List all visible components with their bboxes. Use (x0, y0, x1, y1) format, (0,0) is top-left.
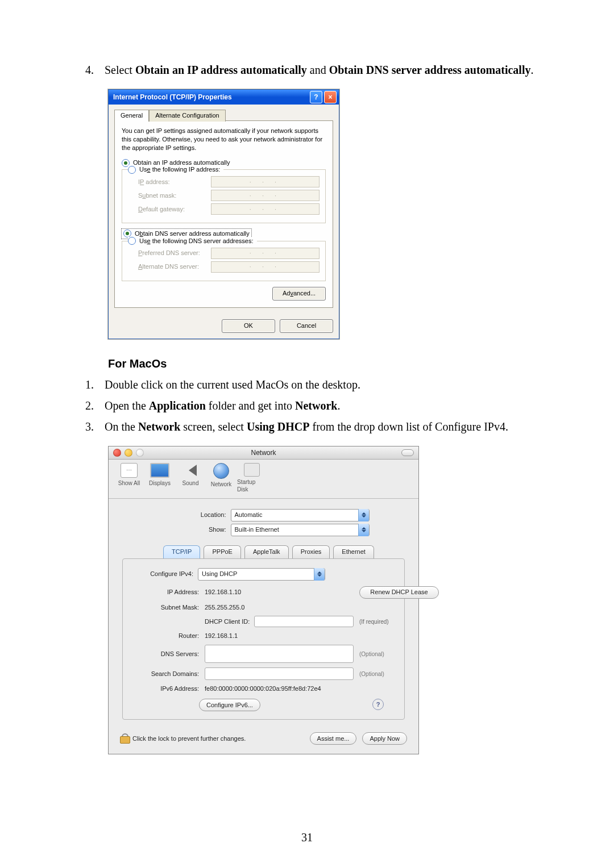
toolbar-label: Sound (182, 479, 199, 487)
xp-tcpip-properties-dialog: Internet Protocol (TCP/IP) Properties ? … (108, 89, 339, 339)
toolbar-label: Displays (149, 479, 171, 487)
apply-now-button[interactable]: Apply Now (362, 732, 407, 745)
show-popup[interactable]: Built-in Ethernet (231, 524, 370, 536)
mac-content: Location: Automatic Show: Built-in Ether… (109, 499, 418, 727)
close-button[interactable] (113, 449, 121, 457)
tab-tcpip[interactable]: TCP/IP (163, 545, 200, 558)
t: On the (105, 420, 138, 433)
ipv6-address-value: fe80:0000:0000:0000:020a:95ff:fe8d:72e4 (205, 685, 354, 693)
startup-disk-icon (244, 463, 260, 477)
configure-ipv6-button[interactable]: Configure IPv6... (199, 699, 260, 711)
ipv6-address-label: IPv6 Address: (131, 685, 199, 693)
default-gateway-input: · · · (211, 203, 320, 215)
xp-title: Internet Protocol (TCP/IP) Properties (113, 93, 232, 102)
xp-dialog-buttons: OK Cancel (109, 314, 339, 339)
tab-alt-label: Alternate Configuration (155, 112, 219, 119)
ok-button[interactable]: OK (222, 319, 275, 333)
radio-use-following-ip[interactable]: Use the following IP address: (128, 165, 223, 174)
help-icon: ? (314, 93, 318, 102)
dhcp-client-id-input[interactable] (254, 616, 354, 627)
toolbar-displays[interactable]: Displays (145, 463, 175, 494)
btn-text: Ad (283, 290, 290, 297)
toolbar-network[interactable]: Network (206, 463, 236, 494)
chevron-up-down-icon (314, 568, 325, 581)
mac-toolbar: ⋯ Show All Displays Sound Network Startu… (109, 460, 418, 499)
subnet-mask-input: · · · (211, 190, 320, 201)
page-number: 31 (0, 830, 614, 845)
renew-dhcp-lease-button[interactable]: Renew DHCP Lease (359, 586, 439, 599)
ip-address-input: · · · (211, 176, 320, 187)
popup-value: Using DHCP (202, 570, 237, 578)
t: Open the (105, 399, 149, 412)
t: Network (295, 399, 337, 412)
t: from the drop down list of Configure IPv… (310, 420, 508, 433)
tab-ethernet[interactable]: Ethernet (333, 545, 374, 558)
lock-icon[interactable] (120, 733, 129, 744)
toolbar-show-all[interactable]: ⋯ Show All (114, 463, 144, 494)
mac-step-1: Double click on the current used MacOs o… (97, 377, 557, 393)
dns-servers-label: DNS Servers: (131, 650, 199, 658)
mac-window-title: Network (109, 448, 418, 457)
help-button[interactable]: ? (372, 699, 384, 710)
field-ip-address: IP address: · · · (138, 176, 320, 187)
toolbar-label: Show All (118, 479, 140, 487)
show-label: Show: (158, 525, 226, 534)
tcpip-frame: Configure IPv4: Using DHCP IP Address: 1… (122, 558, 405, 720)
step4-suffix: . (531, 64, 534, 76)
assist-me-button[interactable]: Assist me... (310, 732, 357, 745)
step-4: Select Obtain an IP address automaticall… (97, 62, 557, 78)
tab-general-label: General (121, 112, 143, 119)
preferred-dns-input: · · · (211, 248, 320, 259)
mac-tabs: TCP/IP PPPoE AppleTalk Proxies Ethernet (163, 545, 407, 558)
field-subnet-mask: Subnet mask: · · · (138, 190, 320, 201)
toolbar-label: Network (211, 481, 232, 489)
location-popup[interactable]: Automatic (231, 509, 370, 521)
displays-icon (150, 463, 169, 478)
mac-step-2: Open the Application folder and get into… (97, 398, 557, 414)
radio-icon (128, 166, 136, 174)
location-label: Location: (158, 511, 226, 519)
toolbar-sound[interactable]: Sound (176, 463, 205, 494)
step4-mid: and (307, 64, 329, 76)
xp-tab-panel: You can get IP settings assigned automat… (114, 120, 333, 308)
close-button[interactable]: × (324, 91, 337, 103)
field-alternate-dns: Alternate DNS server: · · · (138, 261, 320, 273)
field-label: IP address: (138, 178, 206, 186)
macos-steps-list: Double click on the current used MacOs o… (57, 377, 557, 435)
btn-text-end: anced... (293, 290, 316, 297)
minimize-button[interactable] (125, 449, 132, 457)
traffic-lights (113, 449, 144, 457)
popup-value: Built-in Ethernet (235, 525, 279, 534)
toolbar-toggle-button[interactable] (401, 449, 414, 456)
cancel-button[interactable]: Cancel (280, 319, 333, 333)
field-label: Subnet mask: (138, 191, 206, 200)
tab-proxies[interactable]: Proxies (292, 545, 330, 558)
tab-pppoe[interactable]: PPPoE (204, 545, 240, 558)
if-required-text: (If required) (359, 618, 439, 626)
ip-address-label: IP Address: (131, 588, 199, 596)
windows-steps-list: Select Obtain an IP address automaticall… (57, 62, 557, 78)
section-heading-macos: For MacOs (108, 356, 557, 372)
radio-use-following-dns[interactable]: Use the following DNS server addresses: (128, 237, 257, 245)
configure-ipv4-popup[interactable]: Using DHCP (198, 568, 325, 581)
tab-general[interactable]: General (114, 110, 149, 122)
xp-info-text: You can get IP settings assigned automat… (122, 127, 326, 152)
show-all-icon: ⋯ (121, 463, 138, 478)
advanced-button[interactable]: Advanced... (272, 287, 326, 301)
help-button[interactable]: ? (310, 91, 322, 103)
dns-servers-input[interactable] (205, 645, 354, 663)
tab-alternate-configuration[interactable]: Alternate Configuration (149, 110, 226, 122)
subnet-mask-value: 255.255.255.0 (205, 603, 354, 612)
radio-icon (128, 237, 136, 245)
mac-titlebar: Network (109, 446, 418, 460)
mac-step-3: On the Network screen, select Using DHCP… (97, 419, 557, 435)
ip-address-value: 192.168.1.10 (205, 588, 354, 596)
field-label: Alternate DNS server: (138, 262, 206, 271)
search-domains-input[interactable] (205, 667, 354, 680)
tab-appletalk[interactable]: AppleTalk (244, 545, 289, 558)
mac-network-window: Network ⋯ Show All Displays Sound Networ… (108, 446, 419, 754)
chevron-up-down-icon (358, 524, 369, 536)
zoom-button[interactable] (136, 449, 144, 457)
toolbar-startup-disk[interactable]: Startup Disk (237, 463, 267, 494)
t: . (337, 399, 340, 412)
